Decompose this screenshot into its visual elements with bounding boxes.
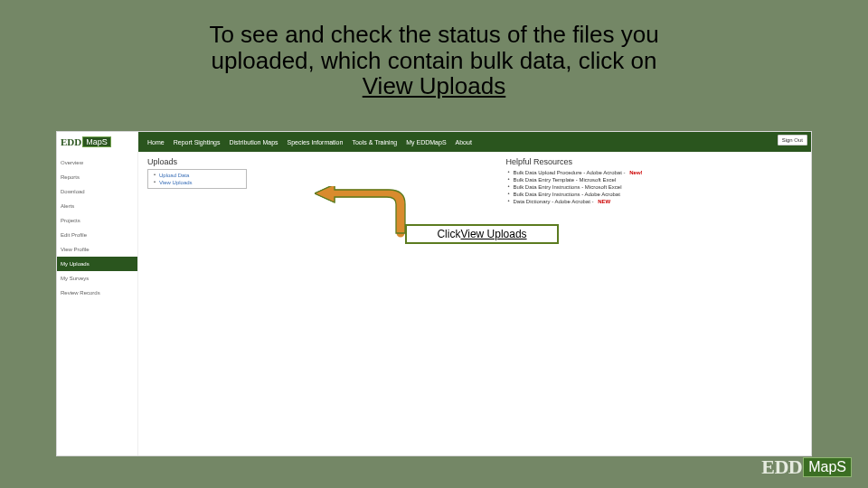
uploads-section: Uploads Upload Data View Uploads <box>147 157 487 450</box>
nav-about[interactable]: About <box>456 139 472 145</box>
app-screenshot: EDD MapS Home Report Sightings Distribut… <box>56 131 812 456</box>
resource-text: Bulk Data Upload Procedure - Adobe Acrob… <box>513 170 625 175</box>
top-nav: Home Report Sightings Distribution Maps … <box>138 139 472 145</box>
nav-tools-training[interactable]: Tools & Training <box>352 139 397 145</box>
uploads-heading: Uploads <box>147 157 487 166</box>
sidebar-item-my-uploads[interactable]: My Uploads <box>57 257 137 271</box>
new-badge: New! <box>629 170 642 175</box>
sidebar-item-reports[interactable]: Reports <box>57 170 137 184</box>
sidebar-item-view-profile[interactable]: View Profile <box>57 242 137 257</box>
resource-item[interactable]: Bulk Data Entry Template - Microsoft Exc… <box>505 176 802 183</box>
footer-maps: MapS <box>803 457 852 477</box>
sidebar-item-projects[interactable]: Projects <box>57 213 137 228</box>
title-line-3: View Uploads <box>363 72 506 99</box>
nav-species-information[interactable]: Species Information <box>288 139 344 145</box>
app-header: EDD MapS Home Report Sightings Distribut… <box>57 132 811 152</box>
nav-my-eddmaps[interactable]: My EDDMapS <box>406 139 446 145</box>
sidebar-item-review-records[interactable]: Review Records <box>57 286 137 300</box>
resources-heading: Helpful Resources <box>505 157 802 166</box>
footer-logo: EDD MapS <box>761 455 852 479</box>
resources-section: Helpful Resources Bulk Data Upload Proce… <box>487 157 802 450</box>
sign-out-button[interactable]: Sign Out <box>778 135 807 145</box>
brand-edd: EDD <box>61 136 81 147</box>
callout-box: Click View Uploads <box>405 224 559 244</box>
resource-item[interactable]: Bulk Data Entry Instructions - Microsoft… <box>505 183 802 191</box>
sidebar-item-download[interactable]: Download <box>57 184 137 199</box>
content-area: Uploads Upload Data View Uploads Helpful… <box>138 152 811 455</box>
footer-edd: EDD <box>761 455 802 479</box>
title-line-1: To see and check the status of the files… <box>209 21 658 48</box>
view-uploads-link[interactable]: View Uploads <box>152 179 242 186</box>
callout-link-text: View Uploads <box>460 228 526 240</box>
resource-text: Data Dictionary - Adobe Acrobat - <box>513 199 593 204</box>
resource-text: Bulk Data Entry Template - Microsoft Exc… <box>513 177 616 183</box>
app-body: Overview Reports Download Alerts Project… <box>57 152 811 455</box>
sidebar-item-overview[interactable]: Overview <box>57 155 137 170</box>
resource-text: Bulk Data Entry Instructions - Microsoft… <box>513 184 621 190</box>
nav-distribution-maps[interactable]: Distribution Maps <box>229 139 278 145</box>
callout-prefix: Click <box>437 228 460 240</box>
brand-logo[interactable]: EDD MapS <box>57 132 138 152</box>
title-line-2: uploaded, which contain bulk data, click… <box>212 47 657 74</box>
resource-text: Bulk Data Entry Instructions - Adobe Acr… <box>513 192 619 197</box>
sidebar-item-edit-profile[interactable]: Edit Profile <box>57 228 137 242</box>
slide-title: To see and check the status of the files… <box>0 0 868 107</box>
nav-home[interactable]: Home <box>147 139 165 145</box>
sidebar-item-alerts[interactable]: Alerts <box>57 199 137 213</box>
sidebar: Overview Reports Download Alerts Project… <box>57 152 138 455</box>
resource-item[interactable]: Data Dictionary - Adobe Acrobat - NEW <box>505 198 802 205</box>
resource-item[interactable]: Bulk Data Upload Procedure - Adobe Acrob… <box>505 169 802 176</box>
sidebar-item-my-surveys[interactable]: My Surveys <box>57 271 137 286</box>
new-badge: NEW <box>598 199 610 204</box>
brand-maps: MapS <box>82 136 111 147</box>
uploads-box: Upload Data View Uploads <box>147 169 247 189</box>
nav-report-sightings[interactable]: Report Sightings <box>174 139 221 145</box>
upload-data-link[interactable]: Upload Data <box>152 172 242 179</box>
resource-item[interactable]: Bulk Data Entry Instructions - Adobe Acr… <box>505 191 802 198</box>
